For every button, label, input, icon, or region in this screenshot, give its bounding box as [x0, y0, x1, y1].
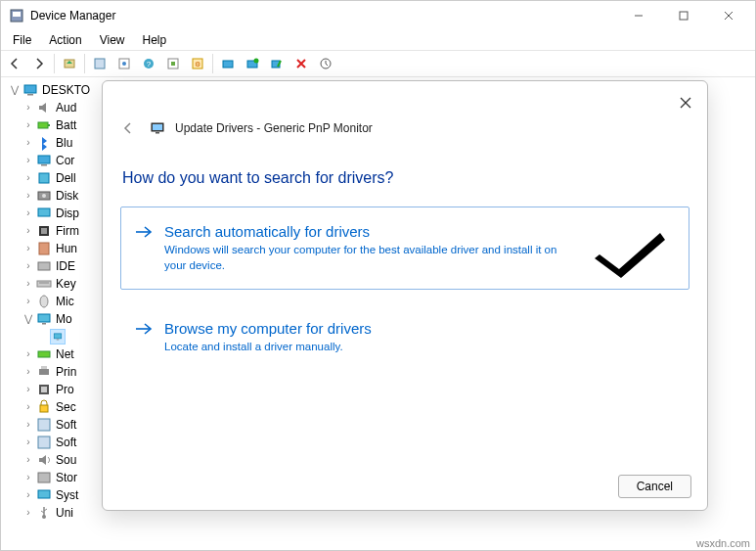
tree-item-label: Aud: [54, 99, 76, 116]
svg-rect-50: [38, 490, 50, 498]
tree-item-label: Mic: [54, 293, 74, 310]
computer-icon: [22, 82, 38, 98]
dialog-close-button[interactable]: [672, 89, 699, 116]
option1-title: Search automatically for drivers: [164, 223, 575, 240]
tree-root-label: DESKTO: [40, 81, 90, 99]
usb-icon: [36, 505, 52, 521]
tree-item-label: Batt: [54, 116, 76, 134]
display-icon: [36, 206, 52, 221]
svg-rect-23: [48, 124, 50, 126]
tree-item-label: Cor: [54, 152, 74, 169]
help-icon[interactable]: ?: [137, 52, 160, 75]
tree-item-label: Pro: [54, 381, 74, 398]
tree-item-label: IDE: [54, 257, 75, 275]
update-drivers-dialog: Update Drivers - Generic PnP Monitor How…: [102, 80, 708, 511]
svg-rect-41: [38, 351, 50, 357]
legacy-icon[interactable]: [314, 52, 337, 75]
svg-rect-39: [54, 334, 62, 339]
svg-point-9: [122, 62, 126, 66]
audio-icon: [36, 100, 52, 115]
tree-item-label: Net: [54, 345, 74, 363]
update-driver-icon[interactable]: [216, 52, 240, 75]
tree-item-label: Sec: [54, 398, 76, 416]
dialog-title: Update Drivers - Generic PnP Monitor: [175, 121, 373, 135]
chip-icon: [36, 223, 52, 239]
tree-item-label: Hun: [54, 240, 77, 257]
svg-rect-29: [38, 208, 50, 216]
svg-rect-26: [39, 173, 49, 183]
svg-rect-7: [95, 59, 105, 69]
svg-text:?: ?: [147, 60, 152, 69]
back-arrow-icon[interactable]: [116, 116, 140, 140]
tree-item-label: Syst: [54, 486, 78, 504]
svg-rect-32: [39, 243, 49, 254]
tree-item-label: Firm: [54, 222, 79, 240]
printer-icon: [36, 364, 52, 380]
tree-item-label: Soft: [54, 434, 76, 451]
svg-rect-37: [38, 314, 50, 322]
menu-action[interactable]: Action: [41, 31, 89, 49]
svg-rect-43: [41, 366, 47, 369]
computer-icon: [36, 153, 52, 168]
scan-icon[interactable]: ⚙: [186, 52, 209, 75]
monitor-icon: [150, 120, 165, 136]
svg-rect-31: [41, 228, 47, 234]
svg-point-28: [42, 194, 46, 198]
svg-rect-46: [40, 405, 48, 412]
svg-rect-40: [57, 340, 60, 341]
svg-rect-33: [38, 262, 50, 270]
menu-file[interactable]: File: [5, 31, 39, 49]
option1-desc: Windows will search your computer for th…: [164, 243, 575, 273]
tree-item-label: Disp: [54, 205, 79, 222]
minimize-button[interactable]: [616, 1, 661, 30]
uninstall-icon[interactable]: [241, 52, 264, 75]
tree-item-label: Key: [54, 275, 76, 293]
tree-item-label: Blu: [54, 134, 72, 152]
battery-icon: [36, 117, 52, 133]
bluetooth-icon: [36, 135, 52, 151]
window-title: Device Manager: [30, 9, 616, 23]
svg-rect-56: [153, 124, 162, 130]
back-icon[interactable]: [3, 52, 26, 75]
checkmark-annotation-icon: [595, 225, 665, 281]
svg-rect-22: [38, 122, 48, 128]
storage-icon: [36, 470, 52, 485]
up-icon[interactable]: [58, 52, 81, 75]
maximize-button[interactable]: [661, 1, 706, 30]
tree-item-label: Dell: [54, 169, 76, 187]
menubar: File Action View Help: [1, 30, 755, 50]
sound-icon: [36, 452, 52, 468]
refresh-icon[interactable]: [161, 52, 185, 75]
titlebar: Device Manager: [1, 1, 755, 30]
svg-rect-48: [38, 436, 50, 448]
tree-item-label: Soft: [54, 416, 76, 434]
menu-view[interactable]: View: [92, 31, 133, 49]
svg-rect-25: [41, 164, 47, 166]
properties-icon[interactable]: [112, 52, 136, 75]
cancel-button[interactable]: Cancel: [618, 475, 691, 498]
remove-icon[interactable]: [289, 52, 313, 75]
tree-item-label: Uni: [54, 504, 73, 522]
software-icon: [36, 417, 52, 433]
network-icon: [36, 346, 52, 362]
show-hidden-icon[interactable]: [88, 52, 111, 75]
svg-point-36: [40, 296, 48, 307]
svg-rect-21: [27, 94, 33, 96]
forward-icon[interactable]: [27, 52, 51, 75]
watermark: wsxdn.com: [696, 537, 750, 549]
svg-rect-24: [38, 156, 50, 163]
svg-text:⚙: ⚙: [195, 61, 200, 68]
cpu-icon: [36, 382, 52, 397]
svg-rect-15: [223, 61, 233, 68]
close-button[interactable]: [706, 1, 751, 30]
monitor-icon: [50, 329, 66, 344]
svg-point-17: [254, 59, 259, 64]
disable-icon[interactable]: [265, 52, 289, 75]
svg-rect-38: [42, 323, 46, 325]
ide-icon: [36, 258, 52, 274]
option-browse-computer[interactable]: Browse my computer for drivers Locate an…: [120, 303, 689, 372]
menu-help[interactable]: Help: [135, 31, 175, 49]
toolbar: ? ⚙: [1, 50, 755, 77]
svg-rect-42: [39, 369, 49, 375]
monitor-icon: [36, 311, 52, 327]
